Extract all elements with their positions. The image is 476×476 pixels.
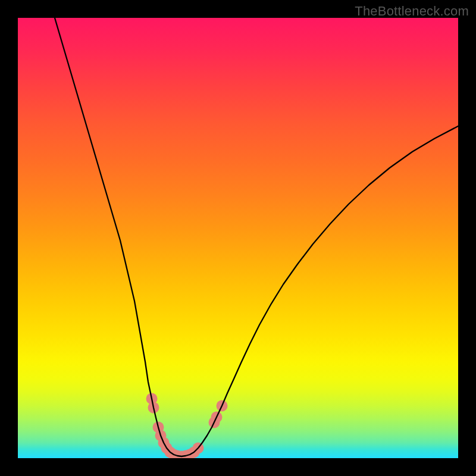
bottleneck-curve [55, 18, 458, 456]
plot-area [18, 18, 458, 458]
watermark-text: TheBottleneck.com [355, 4, 469, 19]
chart-svg [18, 18, 458, 458]
chart-frame: TheBottleneck.com [0, 0, 476, 476]
